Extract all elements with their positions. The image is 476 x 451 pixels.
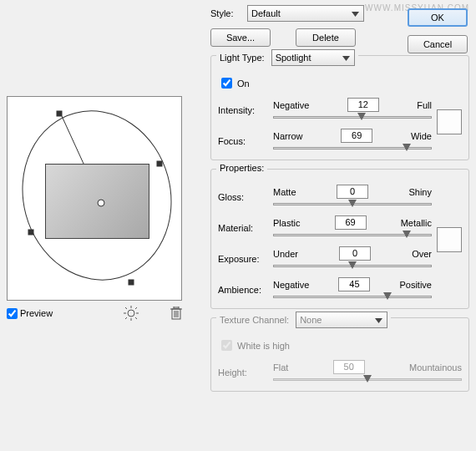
- texture-combo[interactable]: None: [296, 312, 387, 328]
- texture-group: Texture Channel: None White is high Heig…: [210, 317, 469, 392]
- svg-rect-16: [174, 307, 179, 308]
- light-color-swatch[interactable]: [437, 109, 462, 134]
- svg-line-9: [135, 307, 137, 309]
- svg-marker-19: [375, 318, 382, 323]
- preview-checkbox[interactable]: [7, 308, 18, 319]
- height-slider: [273, 376, 462, 384]
- lightbulb-icon[interactable]: [124, 306, 139, 321]
- svg-line-10: [125, 317, 127, 319]
- light-center-knob[interactable]: [98, 200, 105, 207]
- ambience-slider[interactable]: [273, 293, 432, 302]
- intensity-slider[interactable]: [273, 114, 432, 122]
- trash-icon[interactable]: [170, 307, 182, 320]
- on-label: On: [237, 79, 250, 89]
- light-type-value: Spotlight: [276, 53, 311, 63]
- properties-group: Properties: Gloss: Matte 0 Shiny: [210, 169, 469, 309]
- texture-value: None: [300, 315, 322, 325]
- focus-right: Wide: [411, 131, 432, 141]
- focus-slider[interactable]: [273, 144, 432, 153]
- texture-label: Texture Channel:: [220, 315, 289, 325]
- white-is-high-checkbox: [221, 340, 232, 351]
- save-button[interactable]: Save...: [210, 28, 271, 47]
- intensity-right: Full: [417, 100, 432, 110]
- light-handle-bottom[interactable]: [129, 280, 134, 286]
- height-label: Height:: [218, 367, 268, 378]
- exposure-value[interactable]: 0: [339, 246, 371, 261]
- focus-label: Focus:: [218, 136, 268, 146]
- on-checkbox[interactable]: [221, 78, 232, 89]
- svg-line-7: [125, 307, 127, 309]
- light-type-group: Light Type: Spotlight On Intensity: Nega…: [210, 55, 469, 160]
- style-value: Default: [251, 8, 281, 18]
- gloss-slider[interactable]: [273, 200, 432, 209]
- exposure-slider[interactable]: [273, 262, 432, 271]
- svg-point-2: [128, 310, 134, 317]
- ambience-label: Ambience:: [218, 285, 268, 295]
- light-handle-right[interactable]: [157, 161, 163, 167]
- style-label: Style:: [210, 8, 242, 18]
- light-type-combo[interactable]: Spotlight: [271, 49, 355, 66]
- focus-left: Narrow: [273, 131, 302, 141]
- intensity-value[interactable]: 12: [347, 98, 379, 112]
- style-combo[interactable]: Default: [247, 5, 364, 22]
- light-handle-left[interactable]: [28, 230, 34, 236]
- chevron-down-icon: [349, 8, 362, 20]
- focus-value[interactable]: 69: [341, 129, 372, 143]
- ambience-value[interactable]: 45: [338, 277, 370, 291]
- properties-legend: Properties:: [216, 163, 267, 173]
- light-handle-top[interactable]: [57, 111, 63, 117]
- svg-marker-17: [352, 12, 359, 17]
- preview-canvas[interactable]: [7, 96, 182, 301]
- material-slider[interactable]: [273, 231, 432, 240]
- preview-label: Preview: [20, 308, 53, 318]
- material-label: Material:: [218, 223, 268, 233]
- intensity-label: Intensity:: [218, 105, 268, 115]
- svg-marker-18: [342, 56, 350, 61]
- chevron-down-icon: [372, 314, 385, 327]
- ambience-color-swatch[interactable]: [437, 227, 462, 252]
- height-value: 50: [333, 360, 365, 374]
- gloss-label: Gloss:: [218, 192, 268, 202]
- material-value[interactable]: 69: [335, 215, 367, 230]
- delete-button[interactable]: Delete: [296, 28, 356, 47]
- light-type-label: Light Type:: [220, 53, 265, 63]
- svg-line-8: [135, 317, 137, 319]
- exposure-label: Exposure:: [218, 254, 268, 264]
- intensity-left: Negative: [273, 100, 309, 110]
- white-is-high-label: White is high: [237, 341, 290, 351]
- chevron-down-icon: [340, 52, 352, 64]
- gloss-value[interactable]: 0: [337, 185, 368, 199]
